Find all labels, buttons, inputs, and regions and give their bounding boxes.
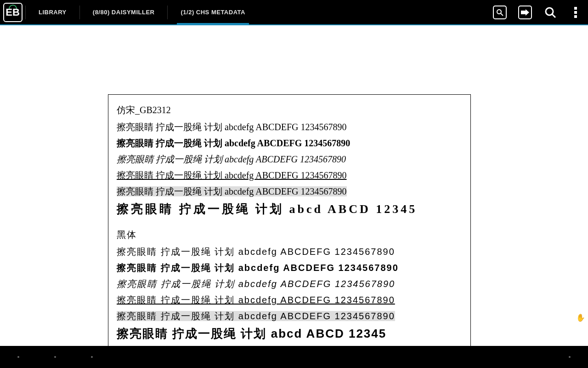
sample-italic: 擦亮眼睛 拧成一股绳 计划 abcdefg ABCDEFG 1234567890 (117, 153, 462, 165)
bottom-nav-bar (0, 346, 588, 368)
svg-marker-2 (521, 9, 529, 16)
svg-line-1 (501, 13, 503, 16)
svg-rect-6 (574, 11, 577, 14)
tab-label: (8/80) DAISYMILLER (93, 9, 155, 16)
svg-point-3 (546, 8, 553, 15)
sample-normal: 擦亮眼睛 拧成一股绳 计划 abcdefg ABCDEFG 1234567890 (117, 246, 462, 258)
nav-home[interactable] (37, 346, 74, 368)
nav-extra[interactable] (551, 346, 588, 368)
app-logo[interactable]: EB (0, 0, 25, 25)
sample-underline: 擦亮眼睛 拧成一股绳 计划 abcdefg ABCDEFG 1234567890 (117, 294, 462, 306)
nav-recent[interactable] (74, 346, 110, 368)
search-icon (493, 6, 507, 19)
sample-expanded: 擦亮眼睛 拧成一股绳 计划 abcd ABCD 12345 (117, 326, 462, 342)
svg-rect-7 (574, 15, 577, 18)
nav-back[interactable] (0, 346, 37, 368)
page-box: 仿宋_GB2312 擦亮眼睛 拧成一股绳 计划 abcdefg ABCDEFG … (108, 94, 471, 368)
tab-metadata[interactable]: (1/2) CHS METADATA (168, 0, 258, 25)
sample-underline: 擦亮眼睛 拧成一股绳 计划 abcdefg ABCDEFG 1234567890 (117, 169, 462, 181)
sample-expanded: 擦亮眼睛 拧成一股绳 计划 abcd ABCD 12345 (117, 201, 462, 217)
svg-rect-5 (574, 7, 577, 10)
zoom-button[interactable] (537, 0, 563, 25)
sample-italic: 擦亮眼睛 拧成一股绳 计划 abcdefg ABCDEFG 1234567890 (117, 278, 462, 290)
arrow-right-icon (518, 6, 532, 19)
sample-bold: 擦亮眼睛 拧成一股绳 计划 abcdefg ABCDEFG 1234567890 (117, 262, 462, 274)
kebab-icon (574, 7, 577, 18)
tab-library[interactable]: LIBRARY (26, 0, 79, 25)
menu-button[interactable] (563, 0, 588, 25)
font-title-fangsong: 仿宋_GB2312 (117, 104, 462, 116)
tab-label: (1/2) CHS METADATA (181, 9, 245, 16)
hand-cursor-icon: ✋ (576, 313, 585, 322)
share-button[interactable] (512, 0, 537, 25)
font-title-heiti: 黑体 (117, 229, 462, 241)
search-button[interactable] (487, 0, 512, 25)
sample-normal: 擦亮眼睛 拧成一股绳 计划 abcdefg ABCDEFG 1234567890 (117, 121, 462, 133)
sample-highlight: 擦亮眼睛 拧成一股绳 计划 abcdefg ABCDEFG 1234567890 (117, 311, 395, 321)
magnifier-icon (544, 6, 556, 18)
content-area[interactable]: 仿宋_GB2312 擦亮眼睛 拧成一股绳 计划 abcdefg ABCDEFG … (0, 25, 588, 346)
top-bar: EB LIBRARY (8/80) DAISYMILLER (1/2) CHS … (0, 0, 588, 25)
svg-point-0 (497, 10, 501, 14)
sample-highlight: 擦亮眼睛 拧成一股绳 计划 abcdefg ABCDEFG 1234567890 (117, 186, 347, 196)
tab-book[interactable]: (8/80) DAISYMILLER (80, 0, 168, 25)
svg-line-4 (552, 14, 555, 17)
sample-bold: 擦亮眼睛 拧成一股绳 计划 abcdefg ABCDEFG 1234567890 (117, 137, 462, 149)
tab-label: LIBRARY (39, 9, 67, 16)
